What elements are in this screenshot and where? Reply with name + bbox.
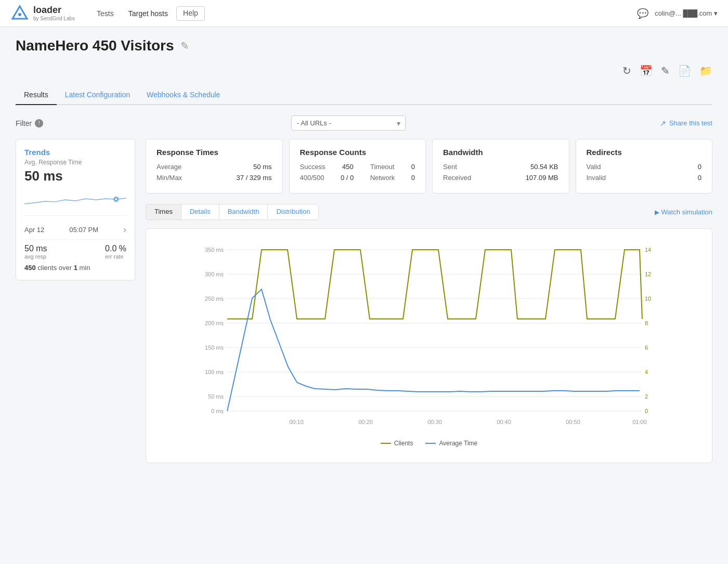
rc-fourfive-value: 0 / 0 [341, 174, 354, 182]
trends-date-row: Apr 12 05:07 PM › [24, 220, 126, 240]
response-times-title: Response Times [157, 148, 272, 157]
tab-webhooks[interactable]: Webhooks & Schedule [138, 85, 228, 105]
trends-clients: 450 clients over 1 min [24, 264, 126, 272]
brand-name: loader [33, 5, 75, 16]
filter-label-row: Filter ! [16, 119, 43, 127]
svg-text:200 ms: 200 ms [205, 320, 224, 326]
rc-timeout-label: Timeout [370, 163, 394, 171]
trends-arrow-icon: › [123, 224, 126, 235]
chart-tab-distribution[interactable]: Distribution [268, 204, 318, 220]
chart-tab-times[interactable]: Times [146, 204, 181, 220]
watch-simulation-button[interactable]: ▶ Watch simulation [655, 208, 713, 216]
trends-time: 05:07 PM [69, 226, 98, 234]
svg-text:00:30: 00:30 [427, 419, 442, 425]
metric-card-bandwidth: Bandwidth Sent 50.54 KB Received 107.09 … [432, 139, 569, 194]
legend-avg-time-label: Average Time [439, 440, 477, 447]
toolbar-icons: ↻ 📅 ✎ 📄 📁 [16, 65, 712, 77]
err-rate-value: 0.0 % [105, 244, 126, 253]
nav-help[interactable]: Help [176, 6, 205, 21]
rd-invalid-row: Invalid 0 [587, 174, 702, 182]
svg-text:00:20: 00:20 [358, 419, 373, 425]
tab-results[interactable]: Results [16, 85, 57, 105]
rc-row1: Success 450 Timeout 0 [300, 163, 415, 171]
svg-text:2: 2 [645, 393, 648, 400]
folder-icon[interactable]: 📁 [699, 65, 712, 77]
chart-container: 350 ms 300 ms 250 ms 200 ms 150 ms 100 m… [146, 228, 712, 463]
err-rate-label: err rate [105, 253, 126, 260]
main-chart: 350 ms 300 ms 250 ms 200 ms 150 ms 100 m… [157, 239, 701, 432]
svg-point-1 [18, 13, 21, 16]
share-button[interactable]: ↗ Share this test [660, 119, 712, 127]
brand-text: loader by SendGrid Labs [33, 5, 75, 21]
svg-text:250 ms: 250 ms [205, 296, 224, 302]
filter-select[interactable]: - All URLs - [291, 116, 406, 131]
svg-point-3 [114, 198, 118, 201]
share-icon: ↗ [660, 119, 666, 127]
chart-legend: Clients Average Time [157, 440, 701, 447]
navbar-nav: Tests Target hosts Help [90, 6, 637, 21]
rt-average-label: Average [157, 163, 181, 171]
trends-avg-label: Avg. Response Time [24, 159, 126, 166]
user-menu[interactable]: colin@... ███.com ▾ [655, 9, 718, 17]
main-content: NameHero 450 Visitors ✎ ↻ 📅 ✎ 📄 📁 Result… [0, 27, 728, 473]
filter-info-icon[interactable]: ! [35, 119, 43, 127]
navbar: loader by SendGrid Labs Tests Target hos… [0, 0, 728, 27]
tabs-row: Results Latest Configuration Webhooks & … [16, 85, 712, 105]
main-panel: Response Times Average 50 ms Min/Max 37 … [146, 139, 712, 463]
avg-resp-value: 50 ms [24, 244, 47, 253]
content-area: Trends Avg. Response Time 50 ms Apr 12 0… [16, 139, 712, 463]
trends-box: Trends Avg. Response Time 50 ms Apr 12 0… [16, 139, 135, 280]
filter-select-container: - All URLs - [291, 116, 416, 131]
chart-tab-bandwidth[interactable]: Bandwidth [219, 204, 268, 220]
rc-success-label: Success [300, 163, 326, 171]
svg-text:0 ms: 0 ms [211, 408, 224, 414]
svg-text:6: 6 [645, 344, 648, 351]
calendar-icon[interactable]: 📅 [640, 65, 653, 77]
refresh-icon[interactable]: ↻ [622, 65, 631, 77]
copy-icon[interactable]: 📄 [678, 65, 691, 77]
svg-text:8: 8 [645, 320, 648, 326]
svg-text:00:50: 00:50 [566, 419, 580, 425]
rt-average-row: Average 50 ms [157, 163, 272, 171]
bw-received-label: Received [443, 174, 471, 182]
nav-target-hosts[interactable]: Target hosts [122, 6, 174, 21]
chat-icon[interactable]: 💬 [637, 8, 648, 19]
rd-valid-row: Valid 0 [587, 163, 702, 171]
rd-invalid-label: Invalid [587, 174, 606, 182]
avg-resp-label: avg resp [24, 253, 47, 260]
bandwidth-title: Bandwidth [443, 148, 558, 157]
rt-minmax-row: Min/Max 37 / 329 ms [157, 174, 272, 182]
bw-received-value: 107.09 MB [526, 174, 558, 182]
rd-valid-label: Valid [587, 163, 601, 171]
tab-latest-config[interactable]: Latest Configuration [57, 85, 138, 105]
trends-stats: 50 ms avg resp 0.0 % err rate [24, 244, 126, 260]
chart-tab-details[interactable]: Details [181, 204, 219, 220]
bw-sent-value: 50.54 KB [530, 163, 558, 171]
metric-cards: Response Times Average 50 ms Min/Max 37 … [146, 139, 712, 194]
edit-title-icon[interactable]: ✎ [180, 40, 189, 52]
logo-icon [10, 4, 29, 23]
rc-timeout-value: 0 [411, 163, 415, 171]
svg-text:00:40: 00:40 [497, 419, 511, 425]
filter-label: Filter [16, 119, 32, 127]
rc-fourfive-label: 400/500 [300, 174, 324, 182]
svg-text:350 ms: 350 ms [205, 247, 224, 253]
navbar-right: 💬 colin@... ███.com ▾ [637, 8, 718, 19]
svg-marker-0 [12, 6, 27, 19]
trends-avg-resp: 50 ms avg resp [24, 244, 47, 260]
rc-network-label: Network [370, 174, 395, 182]
edit-icon[interactable]: ✎ [661, 65, 670, 77]
nav-tests[interactable]: Tests [90, 6, 120, 21]
response-counts-title: Response Counts [300, 148, 415, 157]
page-title: NameHero 450 Visitors [16, 37, 174, 54]
svg-text:50 ms: 50 ms [208, 393, 224, 400]
chart-tabs: Times Details Bandwidth Distribution [146, 204, 319, 220]
play-icon: ▶ [655, 209, 659, 216]
svg-text:300 ms: 300 ms [205, 271, 224, 277]
svg-text:150 ms: 150 ms [205, 344, 224, 351]
rc-success-value: 450 [342, 163, 354, 171]
svg-text:00:10: 00:10 [289, 419, 304, 425]
svg-text:14: 14 [645, 247, 651, 253]
svg-text:4: 4 [645, 369, 648, 375]
svg-text:0: 0 [645, 408, 648, 414]
